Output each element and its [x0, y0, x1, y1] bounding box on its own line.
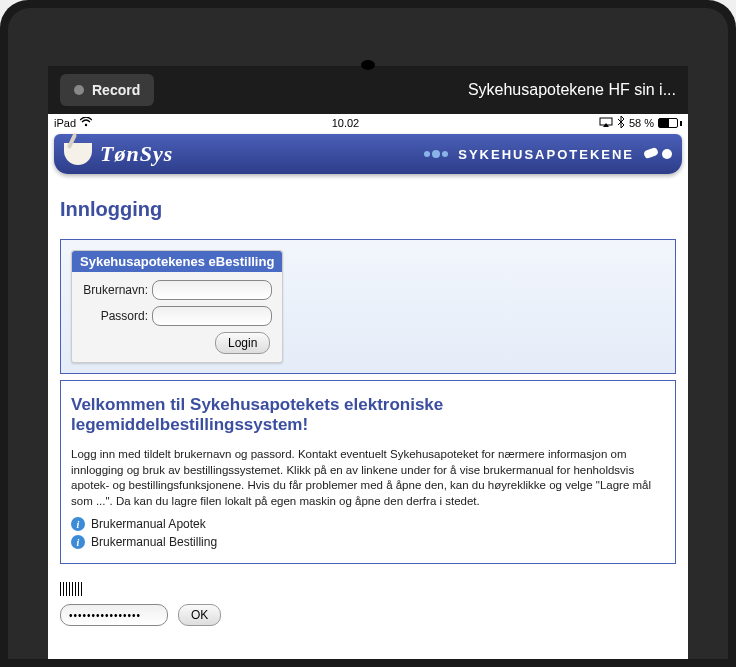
- welcome-panel: Velkommen til Sykehusapotekets elektroni…: [60, 380, 676, 564]
- top-bar: Record Sykehusapotekene HF sin i...: [48, 66, 688, 114]
- bluetooth-icon: [617, 116, 625, 130]
- battery-pct: 58 %: [629, 117, 654, 129]
- bottom-row: OK: [48, 596, 688, 626]
- password-input[interactable]: [152, 306, 272, 326]
- page-title: Innlogging: [60, 198, 676, 221]
- app-banner: TønSys SYKEHUSAPOTEKENE: [54, 134, 682, 174]
- tablet-inner: Record Sykehusapotekene HF sin i... iPad…: [8, 8, 728, 659]
- info-icon: i: [71, 535, 85, 549]
- info-icon: i: [71, 517, 85, 531]
- manual-apotek-link[interactable]: i Brukermanual Apotek: [71, 517, 665, 531]
- username-label: Brukernavn:: [80, 283, 152, 297]
- login-panel: Sykehusapotekenes eBestilling Brukernavn…: [60, 239, 676, 374]
- ok-button[interactable]: OK: [178, 604, 221, 626]
- login-box: Sykehusapotekenes eBestilling Brukernavn…: [71, 250, 283, 363]
- wifi-icon: [80, 117, 92, 129]
- mortar-pestle-icon: [64, 143, 92, 165]
- record-label: Record: [92, 82, 140, 98]
- tablet-frame: Record Sykehusapotekene HF sin i... iPad…: [0, 0, 736, 667]
- org-name: SYKEHUSAPOTEKENE: [458, 147, 634, 162]
- welcome-title: Velkommen til Sykehusapotekets elektroni…: [71, 395, 665, 435]
- airplay-icon: [599, 117, 613, 129]
- ipad-status-bar: iPad 10.02 58 %: [48, 114, 688, 132]
- record-indicator-icon: [74, 85, 84, 95]
- status-time: 10.02: [332, 117, 360, 129]
- pin-input[interactable]: [60, 604, 168, 626]
- manual-bestilling-label: Brukermanual Bestilling: [91, 535, 217, 549]
- welcome-text: Logg inn med tildelt brukernavn og passo…: [71, 447, 665, 509]
- svg-point-0: [85, 124, 87, 126]
- username-input[interactable]: [152, 280, 272, 300]
- top-bar-title: Sykehusapotekene HF sin i...: [468, 81, 676, 99]
- manual-bestilling-link[interactable]: i Brukermanual Bestilling: [71, 535, 665, 549]
- org-logo-icon: [424, 150, 448, 158]
- barcode-icon: [60, 582, 84, 596]
- login-box-title: Sykehusapotekenes eBestilling: [72, 251, 282, 272]
- manual-apotek-label: Brukermanual Apotek: [91, 517, 206, 531]
- battery-icon: [658, 118, 682, 128]
- device-label: iPad: [54, 117, 76, 129]
- login-button[interactable]: Login: [215, 332, 270, 354]
- brand-logo-text: TønSys: [100, 141, 173, 167]
- camera-icon: [361, 60, 375, 70]
- pills-icon: [644, 149, 672, 159]
- password-label: Passord:: [80, 309, 152, 323]
- record-button[interactable]: Record: [60, 74, 154, 106]
- ipad-screen: iPad 10.02 58 %: [48, 114, 688, 659]
